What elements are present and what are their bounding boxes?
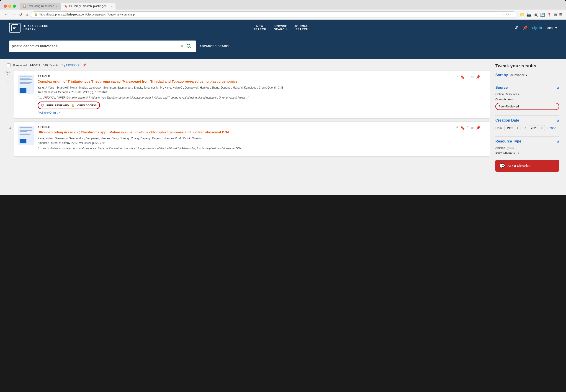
toolbar-more-icon[interactable]: … — [89, 63, 92, 67]
date-stepper-icon[interactable]: ⬍ — [517, 127, 518, 129]
tab-close-icon[interactable]: ✕ — [110, 5, 112, 8]
date-to-input[interactable]: 2020 ⬍ — [529, 125, 545, 131]
address-text: https://ithaca.primo.exlibrisgroup.com/d… — [39, 13, 500, 16]
available-online-link-1[interactable]: Available Onlin... › — [38, 111, 452, 114]
result-actions-1: ⑂ 🔖 " ✉ 📌 ··· — [456, 75, 486, 114]
open-access-label-1: OPEN ACCESS — [77, 104, 97, 107]
ask-librarian-button[interactable]: 💬 Ask a Librarian — [495, 160, 559, 172]
source-section-title[interactable]: Source ∧ — [495, 85, 559, 90]
refine-button[interactable]: Refine — [548, 126, 556, 130]
search-input[interactable]: plastid genomics malvaceae — [12, 44, 180, 48]
results-toolbar: 0 selected PAGE 1 640 Results Try EBSCO … — [7, 63, 490, 67]
toolbar-pin-icon[interactable]: 📌 — [82, 63, 86, 67]
page-nav-down-arrow[interactable]: ↓ — [7, 79, 9, 83]
search-icon — [186, 43, 191, 49]
menu-button[interactable]: Menu ▾ — [546, 26, 557, 29]
tag-icon-1[interactable]: 🔖 — [460, 75, 465, 79]
search-submit-button[interactable] — [184, 42, 193, 50]
address-bar: ← → ↺ ⌂ 🔒 https://ithaca.primo.exlibrisg… — [0, 10, 566, 20]
new-search-link[interactable]: NEW SEARCH — [253, 25, 266, 31]
minimize-button[interactable] — [8, 5, 11, 8]
peer-icon-1: 🛡 — [41, 104, 44, 107]
page-nav-label: PAGE — [5, 70, 11, 73]
tag-icon-2[interactable]: 🔖 — [460, 126, 465, 130]
resource-type-items: Articles (594) Book Chapters (8) — [495, 146, 559, 154]
close-button[interactable] — [4, 5, 7, 8]
new-tab-button[interactable]: + — [116, 3, 122, 10]
tab-evaluating-resources[interactable]: 📋 Evaluating Resources ✕ — [20, 3, 61, 10]
traffic-lights — [4, 5, 16, 8]
back-button[interactable]: ← — [4, 12, 9, 17]
history-icon[interactable]: ↺ — [515, 25, 518, 30]
toolbar-icons: 📁 📷 🔌 🔄 📍 ⊞ ☰ — [520, 13, 562, 17]
sign-in-link[interactable]: Sign in — [532, 26, 542, 29]
result-title-2[interactable]: Ultra-barcoding in cacao ( Theobroma spp… — [38, 130, 452, 135]
try-ebsco-link[interactable]: Try EBSCO ↗ — [61, 64, 80, 67]
search-input-wrapper: plastid genomics malvaceae × — [9, 41, 196, 52]
result-number-2: 2 — [9, 126, 11, 129]
source-online-resources[interactable]: Online Resources — [495, 92, 559, 96]
source-section: Source ∧ Online Resources Open Access Pe… — [495, 85, 559, 110]
result-snippet-1: " … ORIGINAL PAPER Complex origin of T r… — [38, 96, 452, 100]
sort-by-select[interactable]: Relevance ▾ — [510, 73, 527, 77]
top-nav: IC ITHACA COLLEGE LIBRARY NEW SEARCH BRO… — [0, 20, 566, 36]
source-open-access[interactable]: Open Access — [495, 98, 559, 101]
fork-icon-2[interactable]: ⑂ — [456, 126, 458, 130]
pin-icon-1[interactable]: 📌 — [476, 75, 480, 79]
svg-text:IC: IC — [13, 27, 16, 30]
browser-tabs: 📋 Evaluating Resources ✕ 🔖 IC Library | … — [20, 3, 562, 10]
resource-book-chapters[interactable]: Book Chapters (8) — [495, 151, 559, 154]
home-button[interactable]: ⌂ — [25, 12, 29, 17]
result-thumbnail-2 — [18, 126, 34, 145]
result-authors-1: Yang, Ji Yong ; Scascitelli, Moira ; Mot… — [38, 85, 452, 90]
bookmark-folder-icon[interactable]: 📁 — [520, 13, 524, 17]
menu-icon[interactable]: ☰ — [559, 13, 562, 17]
result-title-1[interactable]: Complex origin of Trinitario-type Theobr… — [38, 79, 452, 84]
result-badges-1: 🛡 PEER REVIEWED 🔓 OPEN ACCESS — [38, 101, 452, 109]
more-icon-2[interactable]: ··· — [483, 126, 486, 130]
results-wrapper: PAGE 1 ↓ 1 — [14, 70, 490, 157]
creation-date-title[interactable]: Creation Date ∧ — [495, 118, 559, 123]
maximize-button[interactable] — [13, 5, 16, 8]
peer-reviewed-label-1: PEER REVIEWED — [46, 104, 69, 107]
grid-icon[interactable]: ⊞ — [554, 13, 557, 17]
date-from-input[interactable]: 1969 ⬍ — [505, 125, 521, 131]
date-row: From 1969 ⬍ To 2020 ⬍ Refine — [495, 125, 559, 131]
resource-type-title[interactable]: Resource Type ∧ — [495, 139, 559, 143]
reload-button[interactable]: ↺ — [18, 12, 23, 18]
journal-search-link[interactable]: JOURNAL SEARCH — [295, 25, 310, 31]
pin-icon-2[interactable]: 📌 — [476, 126, 480, 130]
arrow-right-icon: › — [59, 111, 60, 114]
result-type-2: ARTICLE — [38, 126, 452, 128]
resource-articles[interactable]: Articles (594) — [495, 146, 559, 150]
screenshot-icon[interactable]: 📷 — [527, 13, 531, 17]
email-icon-1[interactable]: ✉ — [471, 75, 474, 79]
more-icon-1[interactable]: ··· — [483, 75, 486, 79]
chevron-down-icon: ▾ — [526, 73, 527, 77]
address-input[interactable]: 🔒 https://ithaca.primo.exlibrisgroup.com… — [31, 11, 516, 18]
forward-button[interactable]: → — [11, 12, 16, 17]
sync-icon[interactable]: 🔄 — [540, 13, 545, 17]
location-icon[interactable]: 📍 — [547, 13, 552, 17]
browse-search-link[interactable]: BROWSE SEARCH — [274, 25, 287, 31]
quote-icon-1[interactable]: " — [467, 75, 468, 79]
result-number-1: 1 — [9, 75, 11, 79]
tab-ic-library[interactable]: 🔖 IC Library | Search: plastid gen… ✕ — [61, 3, 116, 10]
source-peer-reviewed[interactable]: Peer-Reviewed — [495, 103, 559, 110]
advanced-search-link[interactable]: ADVANCED SEARCH — [200, 45, 231, 48]
result-content-2: ARTICLE Ultra-barcoding in cacao ( Theob… — [38, 126, 452, 152]
quote-icon-2[interactable]: " — [467, 126, 468, 129]
creation-date-section: Creation Date ∧ From 1969 ⬍ To 2 — [495, 118, 559, 131]
pin-nav-icon[interactable]: 📌 — [522, 25, 527, 30]
select-all-checkbox[interactable] — [7, 63, 11, 67]
peer-reviewed-badge-1: 🛡 PEER REVIEWED 🔓 OPEN ACCESS — [38, 101, 100, 109]
extension-icon[interactable]: 🔌 — [533, 13, 538, 17]
nav-right: ↺ 📌 Sign in Menu ▾ — [515, 25, 557, 30]
clear-search-button[interactable]: × — [180, 43, 184, 50]
fork-icon-1[interactable]: ⑂ — [456, 75, 458, 79]
resource-type-chevron-icon: ∧ — [557, 140, 559, 143]
email-icon-2[interactable]: ✉ — [471, 126, 474, 130]
date-to-stepper-icon[interactable]: ⬍ — [541, 127, 543, 129]
result-authors-2: Kane, Nolan ; Sveinsson, Saemundur ; Dem… — [38, 136, 452, 140]
tab-close-icon[interactable]: ✕ — [56, 5, 58, 8]
